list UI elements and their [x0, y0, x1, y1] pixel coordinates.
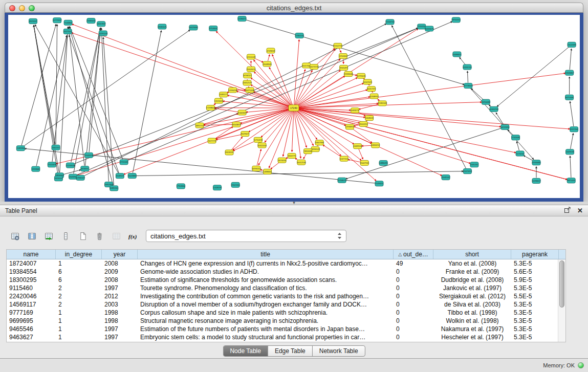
paste-table-button[interactable] — [110, 229, 123, 243]
svg-text:23486631: 23486631 — [452, 53, 462, 56]
close-window-button[interactable] — [9, 5, 15, 11]
column-header-year[interactable]: year — [102, 250, 138, 259]
svg-text:11308992: 11308992 — [369, 95, 379, 98]
cell-short: Wolkin et al. (1998) — [433, 317, 511, 325]
cell-pagerank: 5.3E-5 — [511, 284, 559, 292]
float-panel-icon[interactable] — [564, 206, 571, 215]
svg-text:21104744: 21104744 — [385, 20, 395, 23]
table-row[interactable]: 977716911998Corpus callosum shape and si… — [7, 309, 565, 317]
table-mode-button[interactable] — [8, 229, 22, 243]
column-header-short[interactable]: short — [433, 250, 511, 259]
svg-text:3500253: 3500253 — [360, 123, 368, 125]
minimize-window-button[interactable] — [19, 5, 25, 11]
new-column-icon — [78, 232, 87, 240]
table-row[interactable]: 1830029562008Estimation of significance … — [7, 276, 565, 284]
svg-text:12151249: 12151249 — [247, 56, 256, 58]
cell-in-degree: 2 — [56, 292, 102, 300]
close-panel-icon[interactable]: ✕ — [577, 207, 583, 214]
table-row[interactable]: 969969511998Structural magnetic resonanc… — [7, 317, 565, 325]
cell-pagerank: 5.3E-5 — [511, 317, 559, 325]
table-row[interactable]: 1872400712008Changes of HCN gene express… — [7, 259, 565, 268]
network-window-titlebar[interactable]: citations_edges.txt — [5, 3, 583, 13]
application-window: citations_edges.txt 11017064132737332155… — [0, 0, 588, 372]
cell-name: 9115460 — [7, 284, 56, 292]
cell-year: 2008 — [102, 259, 138, 268]
zoom-window-button[interactable] — [29, 5, 35, 11]
svg-text:13591633: 13591633 — [214, 100, 224, 102]
svg-text:25021053: 25021053 — [463, 170, 473, 172]
svg-text:14634212: 14634212 — [371, 144, 381, 146]
table-row[interactable]: 1456911722003Disruption of a novel membe… — [7, 300, 565, 309]
svg-text:13581125: 13581125 — [158, 26, 167, 28]
node-table: namein_degreeyeartitle△out_de…shortpager… — [6, 249, 566, 342]
cell-title: Estimation of the future numbers of pati… — [138, 325, 394, 333]
tab-network-table[interactable]: Network Table — [313, 346, 365, 356]
cell-short: Franke et al. (2009) — [433, 268, 511, 276]
svg-text:7677773: 7677773 — [208, 140, 216, 142]
tab-node-table[interactable]: Node Table — [223, 346, 268, 356]
show-columns-icon — [28, 232, 36, 240]
svg-text:7106864: 7106864 — [64, 21, 72, 24]
table-row[interactable]: 911546021997Tourette syndrome. Phenomeno… — [7, 284, 565, 292]
cell-out-de: 0 — [394, 284, 433, 292]
svg-text:9714604: 9714604 — [209, 27, 217, 30]
column-header-title[interactable]: title — [138, 250, 394, 259]
svg-text:4458037: 4458037 — [81, 167, 89, 170]
svg-text:16322059: 16322059 — [257, 144, 267, 147]
svg-text:21552716: 21552716 — [333, 45, 343, 47]
table-vertical-scrollbar[interactable] — [558, 259, 565, 342]
cell-year: 2003 — [102, 300, 138, 309]
svg-text:11328199: 11328199 — [213, 186, 222, 189]
cell-in-degree: 1 — [56, 259, 102, 268]
svg-text:1549420: 1549420 — [375, 182, 383, 185]
table-row[interactable]: 946554611997Estimation of the future num… — [7, 325, 565, 333]
svg-text:4891710: 4891710 — [195, 124, 204, 127]
svg-text:5083273: 5083273 — [351, 109, 359, 112]
network-graph-canvas[interactable]: 1101706413273733215527162250664394549923… — [8, 15, 580, 198]
svg-text:20652830: 20652830 — [104, 183, 114, 186]
table-selector-dropdown[interactable]: citations_edges.txt — [146, 230, 346, 242]
cell-out-de: 0 — [394, 325, 433, 333]
column-header-name[interactable]: name — [7, 250, 56, 259]
row-options-button[interactable] — [59, 229, 73, 243]
table-row[interactable]: 946362711997Embryonic stem cells: a mode… — [7, 333, 565, 341]
cell-out-de: 0 — [394, 276, 433, 284]
cell-out-de: 0 — [394, 268, 433, 276]
show-columns-button[interactable] — [25, 229, 39, 243]
svg-text:17903664: 17903664 — [177, 185, 186, 187]
cell-name: 19384554 — [7, 268, 56, 276]
column-header-in-degree[interactable]: in_degree — [56, 250, 102, 259]
svg-text:1409133: 1409133 — [566, 150, 574, 153]
svg-text:4749658: 4749658 — [267, 50, 275, 52]
svg-text:f(x): f(x) — [128, 233, 137, 239]
table-row[interactable]: 1938455462009Genome-wide association stu… — [7, 268, 565, 276]
function-builder-button[interactable]: f(x) — [126, 229, 140, 243]
svg-text:13267837: 13267837 — [97, 23, 106, 25]
svg-text:9537264: 9537264 — [570, 128, 578, 130]
delete-column-button[interactable] — [93, 229, 106, 243]
memory-status-indicator — [578, 362, 584, 368]
table-row[interactable]: 2242004622012Investigating the contribut… — [7, 292, 565, 300]
svg-text:17015676: 17015676 — [47, 163, 57, 166]
cell-pagerank: 5.9E-5 — [511, 276, 559, 284]
status-bar: Memory: OK — [543, 362, 584, 368]
cell-title: Estimation of significance thresholds fo… — [138, 276, 394, 284]
cell-title: Changes of HCN gene expression and I(f) … — [138, 259, 394, 268]
svg-text:4925597: 4925597 — [29, 20, 37, 23]
svg-text:16271438: 16271438 — [245, 89, 255, 92]
cell-in-degree: 6 — [56, 268, 102, 276]
svg-text:5173232: 5173232 — [516, 152, 524, 155]
column-header-pagerank[interactable]: pagerank — [511, 250, 559, 259]
cell-year: 1998 — [102, 309, 138, 317]
svg-text:10886281: 10886281 — [379, 162, 388, 164]
column-header-out-de[interactable]: △out_de… — [394, 250, 433, 259]
import-table-button[interactable] — [42, 229, 56, 243]
tab-edge-table[interactable]: Edge Table — [268, 346, 313, 356]
scrollbar-thumb[interactable] — [559, 260, 564, 308]
new-column-button[interactable] — [76, 229, 90, 243]
cell-in-degree: 1 — [56, 325, 102, 333]
table-panel-header: Table Panel ✕ — [0, 205, 588, 216]
svg-text:19107410: 19107410 — [231, 184, 241, 186]
svg-text:10305709: 10305709 — [489, 108, 499, 111]
cell-name: 9699695 — [7, 317, 56, 325]
